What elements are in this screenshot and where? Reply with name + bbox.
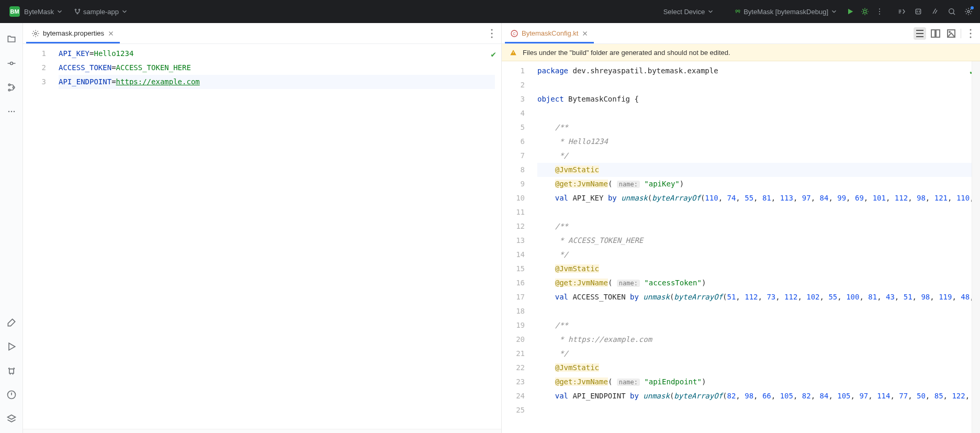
topbar: BM ByteMask sample-app Select Device Byt… <box>0 0 980 23</box>
generated-file-banner: Files under the "build" folder are gener… <box>502 44 980 61</box>
svg-point-4 <box>738 10 740 12</box>
svg-point-8 <box>879 11 880 12</box>
svg-point-31 <box>970 29 972 30</box>
svg-point-24 <box>491 32 493 34</box>
error-stripe[interactable] <box>972 61 980 433</box>
tab-label: bytemask.properties <box>43 29 104 37</box>
device-selector[interactable]: Select Device <box>660 6 717 18</box>
device-label: Select Device <box>663 8 705 16</box>
run-button[interactable] <box>845 6 855 17</box>
svg-point-22 <box>35 32 37 35</box>
banner-text: Files under the "build" folder are gener… <box>523 49 730 57</box>
chevron-down-icon <box>56 8 63 15</box>
module-selector[interactable]: sample-app <box>71 6 131 18</box>
update-icon[interactable] <box>913 6 923 17</box>
tab-bar: bytemask.properties <box>23 23 501 44</box>
project-selector[interactable]: BM ByteMask <box>6 4 66 19</box>
tab-properties[interactable]: bytemask.properties <box>26 24 120 43</box>
svg-point-7 <box>879 8 880 9</box>
structure-tool-icon[interactable] <box>6 82 17 93</box>
svg-point-12 <box>967 10 970 13</box>
project-name: ByteMask <box>24 8 54 16</box>
editor-pane-left: bytemask.properties 123 API_KEY=Hello123… <box>23 23 502 433</box>
problems-tool-icon[interactable] <box>6 389 17 401</box>
svg-point-33 <box>970 36 972 38</box>
code-content[interactable]: API_KEY=Hello1234ACCESS_TOKEN=ACCESS_TOK… <box>52 44 501 429</box>
run-config-label: ByteMask [bytemaskDebug] <box>744 8 828 16</box>
svg-point-11 <box>949 9 954 14</box>
settings-icon[interactable] <box>963 6 974 17</box>
editor-pane-right: C BytemaskConfig.kt Files under the "bui… <box>502 23 980 433</box>
tab-kotlin-config[interactable]: C BytemaskConfig.kt <box>505 24 594 43</box>
project-tool-icon[interactable] <box>6 34 17 45</box>
tab-options-icon[interactable] <box>486 27 498 40</box>
svg-text:C: C <box>513 31 516 36</box>
svg-point-17 <box>8 111 9 113</box>
view-split-icon[interactable] <box>929 27 942 40</box>
svg-point-2 <box>77 13 78 14</box>
editor-body[interactable]: 123 API_KEY=Hello1234ACCESS_TOKEN=ACCESS… <box>23 44 501 429</box>
svg-point-13 <box>10 62 13 65</box>
inspection-ok-icon: ✔ <box>491 47 496 61</box>
svg-point-23 <box>491 29 493 30</box>
chevron-down-icon <box>830 8 838 15</box>
ai-assistant-icon[interactable] <box>930 6 940 17</box>
build-tool-icon[interactable] <box>6 317 17 328</box>
warning-icon <box>509 48 517 57</box>
search-icon[interactable] <box>947 6 957 17</box>
svg-point-14 <box>8 84 10 85</box>
svg-point-19 <box>13 111 15 113</box>
left-tool-rail <box>0 23 23 433</box>
run-config-selector[interactable]: ByteMask [bytemaskDebug] <box>731 6 841 18</box>
svg-rect-28 <box>931 30 935 37</box>
svg-point-3 <box>736 10 738 12</box>
svg-point-0 <box>75 9 76 10</box>
svg-rect-10 <box>916 9 920 14</box>
svg-marker-5 <box>848 9 853 15</box>
editor-body[interactable]: 1234567891011121314151617181920212223242… <box>502 61 980 433</box>
tab-label: BytemaskConfig.kt <box>522 29 578 37</box>
svg-point-16 <box>13 86 14 88</box>
commit-tool-icon[interactable] <box>6 58 17 69</box>
svg-point-15 <box>8 89 10 91</box>
svg-point-1 <box>78 9 80 10</box>
svg-point-9 <box>879 14 880 15</box>
debug-button[interactable] <box>860 6 870 17</box>
branch-icon <box>74 8 81 15</box>
gutter: 1234567891011121314151617181920212223242… <box>502 61 531 433</box>
svg-point-18 <box>10 111 12 113</box>
scrollbar-horizontal[interactable] <box>23 429 501 433</box>
more-tools-icon[interactable] <box>6 106 17 117</box>
code-with-me-icon[interactable] <box>896 6 907 17</box>
gear-icon <box>31 29 40 38</box>
close-icon[interactable] <box>107 30 115 37</box>
close-icon[interactable] <box>581 30 589 37</box>
svg-point-32 <box>970 32 972 34</box>
logcat-tool-icon[interactable] <box>6 365 17 376</box>
terminal-tool-icon[interactable] <box>6 413 17 425</box>
code-content[interactable]: package dev.shreyaspatil.bytemask.exampl… <box>531 61 980 433</box>
view-design-icon[interactable] <box>945 27 958 40</box>
tab-options-icon[interactable] <box>964 27 977 40</box>
module-name: sample-app <box>83 8 119 16</box>
gutter: 123 <box>23 44 52 429</box>
chevron-down-icon <box>121 8 128 15</box>
svg-point-6 <box>863 10 866 13</box>
svg-point-25 <box>491 36 493 38</box>
kotlin-file-icon: C <box>510 29 519 38</box>
tab-bar: C BytemaskConfig.kt <box>502 23 980 44</box>
more-actions-icon[interactable] <box>874 6 885 17</box>
run-tool-icon[interactable] <box>6 341 17 352</box>
svg-marker-20 <box>9 343 15 350</box>
project-badge-icon: BM <box>9 6 20 17</box>
svg-rect-29 <box>936 30 940 37</box>
view-code-icon[interactable] <box>914 27 926 40</box>
elephant-icon <box>734 8 741 15</box>
chevron-down-icon <box>707 8 714 15</box>
